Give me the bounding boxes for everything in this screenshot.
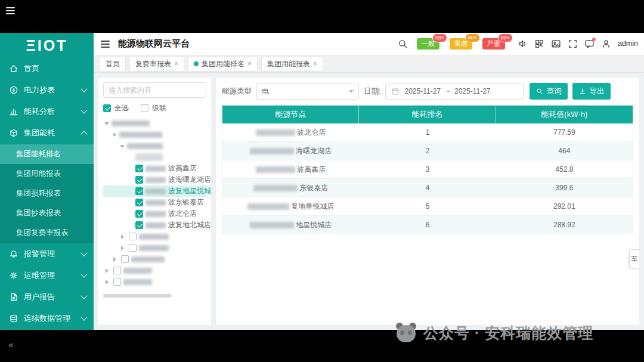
sidebar-item[interactable]: 电力抄表 — [0, 79, 94, 101]
query-button[interactable]: 查询 — [530, 83, 568, 100]
table-row[interactable]: 复地星悦城店5292.01 — [222, 197, 633, 216]
node-cell: 波北仑店 — [222, 123, 359, 141]
sidebar-subitem[interactable]: 集团能耗排名 — [0, 144, 94, 164]
tab-active[interactable]: 集团用能排名× — [188, 57, 258, 72]
sidebar-item[interactable]: 首页 — [0, 58, 94, 79]
tree-node[interactable] — [103, 253, 206, 265]
caret-right-icon[interactable] — [106, 280, 111, 284]
tree-checkbox[interactable] — [129, 233, 137, 240]
caret-right-icon[interactable] — [113, 257, 119, 262]
volume-icon[interactable] — [518, 39, 528, 49]
energy-type-select[interactable]: 电 — [256, 83, 359, 100]
tree-node[interactable] — [103, 242, 206, 253]
tree-checkbox[interactable] — [113, 267, 121, 274]
node-name: 波北仑店 — [297, 128, 326, 138]
table-row[interactable]: 东银泰店4399.6 — [222, 179, 633, 197]
tree-checkbox[interactable] — [121, 255, 129, 263]
tree-node[interactable] — [103, 117, 206, 129]
tree-node[interactable] — [103, 140, 206, 151]
username[interactable]: admin — [618, 39, 638, 48]
close-icon[interactable]: × — [313, 60, 317, 67]
sidebar-item[interactable]: 运维管理 — [0, 265, 94, 286]
tree-checkbox[interactable] — [135, 210, 143, 218]
close-icon[interactable]: × — [247, 60, 252, 67]
tree-node[interactable] — [103, 129, 206, 140]
tree-node[interactable]: 波海曙龙湖店 — [103, 174, 206, 185]
tree-node[interactable]: 波复地北城店 — [103, 219, 206, 231]
chevron-down-icon — [80, 249, 87, 256]
tree-checkbox[interactable] — [129, 244, 137, 252]
fullscreen-icon[interactable] — [568, 39, 578, 49]
hamburger-menu-icon[interactable] — [6, 7, 15, 14]
presentation-top-strip — [0, 0, 644, 33]
tree-node[interactable] — [103, 231, 206, 242]
sidebar-menu: 首页电力抄表能耗分析集团能耗集团能耗排名集团用能报表集团损耗报表集团抄表报表集团… — [0, 58, 94, 329]
tree-node[interactable] — [103, 276, 206, 287]
collapse-sidebar-icon[interactable] — [101, 41, 110, 48]
alarm-badge[interactable]: 严重99+ — [482, 38, 505, 49]
sidebar-subitem[interactable]: 集团复费率报表 — [0, 223, 94, 243]
sidebar-item[interactable]: 能耗分析 — [0, 101, 94, 122]
sidebar-subitem[interactable]: 集团损耗报表 — [0, 184, 94, 203]
tab[interactable]: 首页 — [100, 57, 126, 72]
rank-cell: 5 — [359, 197, 496, 215]
side-handle[interactable]: 车 — [629, 249, 639, 268]
tree-node[interactable] — [103, 265, 206, 276]
caret-down-icon[interactable] — [104, 122, 109, 128]
caret-down-icon[interactable] — [112, 134, 117, 139]
tree-node-label: 波高鑫店 — [168, 163, 197, 174]
date-range-picker[interactable]: 2025-11-27 ~ 2025-11-27 — [385, 83, 524, 100]
tab[interactable]: 复费率报表× — [129, 57, 184, 72]
screenshot-icon[interactable] — [551, 39, 561, 49]
select-all-checkbox[interactable] — [103, 104, 111, 112]
table-header-row: 能源节点能耗排名能耗值(kW·h) — [222, 106, 633, 123]
sidebar-item[interactable]: 用户报告 — [0, 286, 94, 308]
tree-node[interactable] — [103, 151, 206, 163]
sidebar-item[interactable]: 集团能耗 — [0, 122, 94, 144]
alarm-badge[interactable]: 紧急40+ — [450, 38, 472, 49]
close-icon[interactable]: × — [174, 60, 178, 67]
tab[interactable]: 集团用能报表× — [261, 57, 323, 72]
collapse-icon: « — [8, 339, 13, 349]
caret-right-icon[interactable] — [121, 246, 126, 250]
search-icon[interactable] — [398, 39, 408, 49]
qr-code-icon[interactable] — [534, 39, 544, 49]
tree-checkbox[interactable] — [135, 176, 143, 184]
alarm-badge[interactable]: 一般59+ — [417, 38, 439, 49]
table-row[interactable]: 波北仑店1777.59 — [222, 123, 633, 142]
tree-node[interactable]: 波复地星悦城 — [103, 185, 206, 197]
sidebar-subitem[interactable]: 集团用能报表 — [0, 164, 94, 184]
tree-checkbox[interactable] — [135, 199, 143, 206]
tree-node[interactable]: 波高鑫店 — [103, 163, 206, 174]
tree-checkbox[interactable] — [135, 221, 143, 229]
chevron-down-icon — [80, 271, 87, 277]
tree-node[interactable]: 波北仑店 — [103, 208, 206, 219]
alarm-icon — [9, 249, 18, 259]
tree-search-input[interactable] — [103, 82, 206, 98]
tree-checkbox[interactable] — [113, 278, 121, 286]
node-cell: 波高鑫店 — [222, 160, 359, 178]
caret-down-icon[interactable] — [120, 145, 125, 150]
table-row[interactable]: 海曙龙湖店2464 — [222, 142, 633, 160]
tree-checkbox[interactable] — [135, 187, 143, 195]
tree-checkbox[interactable] — [135, 165, 143, 172]
node-name: 海曙龙湖店 — [296, 146, 332, 156]
cascade-checkbox[interactable] — [141, 104, 148, 112]
rank-cell: 6 — [359, 216, 496, 234]
table-row[interactable]: 地星悦城店6288.92 — [222, 216, 633, 234]
table-row[interactable]: 波高鑫店3452.8 — [222, 160, 633, 179]
sidebar-item[interactable]: 连续数据管理 — [0, 308, 94, 329]
tab-label: 复费率报表 — [135, 59, 171, 69]
sidebar-subitem[interactable]: 集团抄表报表 — [0, 203, 94, 223]
sidebar-submenu: 集团能耗排名集团用能报表集团损耗报表集团抄表报表集团复费率报表 — [0, 144, 94, 243]
export-button[interactable]: 导出 — [572, 83, 611, 100]
sidebar-item[interactable]: 报警管理 — [0, 243, 94, 265]
user-icon[interactable] — [601, 39, 611, 49]
tree-horizontal-scrollbar[interactable] — [103, 294, 172, 298]
chevron-down-icon — [349, 90, 354, 95]
value-cell: 777.59 — [496, 123, 633, 141]
message-icon[interactable] — [584, 39, 595, 49]
caret-right-icon[interactable] — [121, 234, 126, 239]
caret-right-icon[interactable] — [106, 268, 111, 273]
tree-node[interactable]: 波东银泰店 — [103, 197, 206, 208]
